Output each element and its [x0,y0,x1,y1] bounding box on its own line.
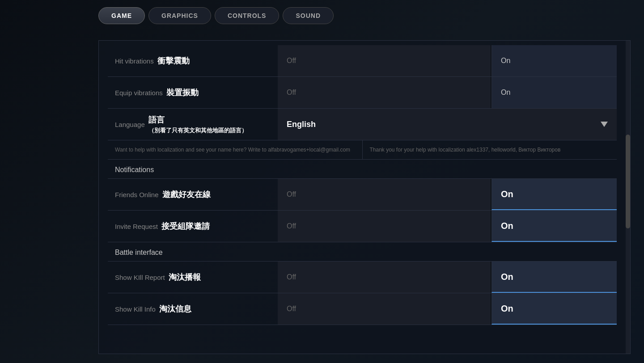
nav-tabs: GAME GRAPHICS CONTROLS SOUND [98,7,334,24]
equip-vibrations-on[interactable]: On [491,77,617,108]
hit-vibrations-label-zh: 衝擊震動 [157,55,190,66]
friends-online-off[interactable]: Off [278,179,491,210]
hit-vibrations-row: Hit vibrations 衝擊震動 Off On [108,45,617,77]
show-kill-info-on[interactable]: On [491,293,617,325]
hit-vibrations-off[interactable]: Off [278,45,491,76]
show-kill-info-label: Show Kill Info 淘汰信息 [108,298,278,320]
show-kill-report-on[interactable]: On [491,262,617,293]
dropdown-arrow-icon[interactable] [601,122,608,127]
language-select[interactable]: English [278,109,617,140]
show-kill-info-label-zh: 淘汰信息 [159,304,191,314]
invite-request-label: Invite Request 接受組隊邀請 [108,215,278,237]
help-text-right: Thank you for your help with localizatio… [363,140,617,159]
equip-vibrations-off[interactable]: Off [278,77,491,108]
equip-vibrations-row: Equip vibrations 裝置振動 Off On [108,77,617,109]
show-kill-report-row: Show KIll Report 淘汰播報 Off On [108,262,617,293]
scrollbar-thumb[interactable] [626,135,630,228]
language-label-area: Language 語言 （別看了只有英文和其他地區的語言） [108,109,278,140]
language-annotation: （別看了只有英文和其他地區的語言） [148,127,247,134]
hit-vibrations-label-en: Hit vibrations [115,57,154,65]
invite-request-off[interactable]: Off [278,211,491,242]
invite-request-label-en: Invite Request [115,223,158,230]
friends-online-label-zh: 遊戲好友在線 [162,189,211,200]
show-kill-report-label: Show KIll Report 淘汰播報 [108,266,278,288]
tab-sound[interactable]: SOUND [283,7,334,24]
friends-online-label-en: Friends Online [115,191,159,198]
settings-content: Hit vibrations 衝擊震動 Off On Equip vibrati… [99,41,630,329]
show-kill-info-off[interactable]: Off [278,293,491,325]
help-text-left: Want to help with localization and see y… [108,140,363,159]
notifications-header: Notifications [108,160,617,179]
language-value: English [287,120,316,129]
friends-online-row: Friends Online 遊戲好友在線 Off On [108,179,617,211]
invite-request-on[interactable]: On [491,211,617,242]
equip-vibrations-label-en: Equip vibrations [115,89,163,97]
show-kill-info-label-en: Show Kill Info [115,305,156,313]
show-kill-report-off[interactable]: Off [278,262,491,293]
equip-vibrations-label: Equip vibrations 裝置振動 [108,82,278,103]
language-row: Language 語言 （別看了只有英文和其他地區的語言） English [108,109,617,140]
show-kill-report-label-en: Show KIll Report [115,274,165,281]
hit-vibrations-on[interactable]: On [491,45,617,76]
invite-request-label-zh: 接受組隊邀請 [161,221,210,232]
battle-interface-header: Battle interface [108,242,617,262]
tab-game[interactable]: GAME [98,7,145,24]
friends-online-on[interactable]: On [491,179,617,210]
invite-request-row: Invite Request 接受組隊邀請 Off On [108,211,617,242]
settings-panel: Hit vibrations 衝擊震動 Off On Equip vibrati… [98,40,631,354]
show-kill-report-label-zh: 淘汰播報 [169,272,201,283]
language-label-en: Language [115,121,145,128]
hit-vibrations-label: Hit vibrations 衝擊震動 [108,50,278,72]
show-kill-info-row: Show Kill Info 淘汰信息 Off On [108,293,617,325]
tab-graphics[interactable]: GRAPHICS [148,7,211,24]
scrollbar[interactable] [626,41,630,354]
language-label-zh: 語言 （別看了只有英文和其他地區的語言） [148,114,247,135]
help-text-row: Want to help with localization and see y… [108,140,617,160]
tab-controls[interactable]: CONTROLS [215,7,280,24]
friends-online-label: Friends Online 遊戲好友在線 [108,184,278,205]
equip-vibrations-label-zh: 裝置振動 [166,87,199,98]
